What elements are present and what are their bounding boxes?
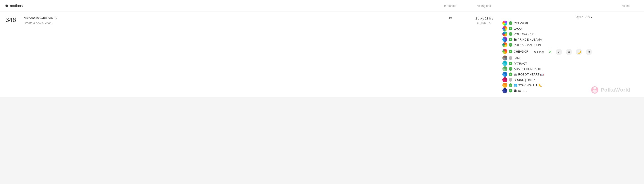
voter-name: 🏔 PRINCE KUSAMA [514,38,542,41]
vote-check-icon [509,38,512,41]
voter-name: CHEVDOR [514,50,528,53]
list-item: RTTI-5220 [502,21,638,26]
vote-check-icon [509,50,512,53]
vote-check-icon [509,89,512,92]
voter-name: RTTI-5220 [514,21,528,25]
avatar [502,26,508,31]
avatar [502,31,508,36]
list-item: POLKAWORLD [502,31,638,36]
motion-id: 346 [6,15,19,23]
aye-header: Aye 13/13 ▲ [502,15,638,19]
list-item: ACALA FOUNDATIO [502,66,638,71]
avatar [502,61,508,66]
snowflake-icon: ❄ [588,50,590,54]
list-item: 🏔 PRINCE KUSAMA [502,37,638,42]
checkmark-button[interactable]: ✓ [556,49,562,55]
motion-row: 346 auctions.newAuction ▾ Create a new a… [0,12,644,97]
dot-icon [6,4,8,7]
voter-name: 🤖 ROBOT HEART 🤖 [514,73,544,76]
close-label: Close [537,50,544,54]
avatar [502,49,508,54]
list-item: POLKASCAN FOUN [502,42,638,47]
list-item: PATRACT [502,61,638,66]
voter-name: ACALA FOUNDATIO [514,67,541,71]
voter-name: JACO [514,27,522,30]
vote-check-icon [509,27,512,30]
vote-check-icon [509,67,512,71]
snowflake-button[interactable]: ❄ [586,49,592,55]
vote-check-icon [509,43,512,47]
avatar [502,66,508,71]
page-title: motions [10,4,23,8]
motion-threshold: 13 [434,15,466,20]
close-x-icon: ✕ [534,50,536,54]
list-item: BRUNO | RMRK [502,77,638,82]
asterisk-button[interactable]: ✳ [548,49,552,55]
vote-check-icon [509,62,512,65]
polkaworld-text: PolkaWorld [601,87,630,93]
checkmark-icon: ✓ [558,50,560,54]
avatar [502,83,508,88]
list-item: JAM [502,55,638,60]
moon-button[interactable]: 🌙 [576,49,582,55]
app-container: motions threshold voting end votes 346 a… [0,0,644,184]
vote-abstain-icon [509,56,512,60]
avatar [502,88,508,93]
header-columns: threshold voting end votes [434,4,638,7]
motion-description: Create a new auction. [24,21,434,25]
polkaworld-watermark: PolkaWorld [591,86,630,94]
vote-list: RTTI-5220 JACO POLKAWORLD [502,21,638,93]
gear-icon: ⚙ [568,50,570,54]
voter-name: PATRACT [514,62,527,65]
voting-block: #9,076,977 [466,21,502,25]
vote-check-icon [509,72,512,76]
moon-icon: 🌙 [577,50,581,54]
vote-abstain-icon [509,78,512,82]
avatar [502,77,508,82]
col-threshold-header: threshold [434,4,466,7]
voter-name: POLKAWORLD [514,32,534,36]
avatar [502,72,508,77]
avatar [502,55,508,60]
actions-bar: ✕ Close ✳ ✓ ⚙ 🌙 [530,48,592,55]
vote-check-icon [509,83,512,87]
avatar [502,42,508,47]
expand-arrow[interactable]: ▾ [54,15,59,21]
col-voting-end-header: voting end [466,4,502,7]
motion-method: auctions.newAuction [24,16,53,20]
voter-name: POLKASCAN FOUN [514,43,541,47]
aye-label: Aye 13/13 [576,15,590,19]
content: 346 auctions.newAuction ▾ Create a new a… [0,12,644,97]
up-arrow-icon: ▲ [590,16,593,19]
vote-check-icon [509,32,512,36]
col-votes-header: votes [502,4,638,7]
svg-point-2 [592,90,597,93]
close-button[interactable]: ✕ Close [534,50,544,54]
list-item: CHEVDOR ✕ Close ✳ ✓ ⚙ [502,48,638,55]
avatar [502,21,508,26]
votes-section: Aye 13/13 ▲ RTTI-5220 JACO [502,15,638,93]
avatar [502,37,508,42]
vote-check-icon [509,21,512,25]
motion-info: auctions.newAuction ▾ Create a new aucti… [19,15,434,25]
list-item: JACO [502,26,638,31]
voter-name: 🌐 STAKING4ALL 🦶 [514,84,542,87]
voter-name: 🏔 JUTTA [514,89,526,92]
list-item: 🤖 ROBOT HEART 🤖 [502,72,638,77]
polkaworld-logo [591,86,599,94]
motion-voting-end: 2 days 23 hrs #9,076,977 [466,15,502,25]
voter-name: JAM [514,56,520,60]
header: motions threshold voting end votes [0,0,644,12]
header-left: motions [6,4,23,8]
voting-days: 2 days 23 hrs [466,16,502,21]
voter-name: BRUNO | RMRK [514,78,536,82]
gear-button[interactable]: ⚙ [566,49,572,55]
svg-point-1 [594,87,596,90]
